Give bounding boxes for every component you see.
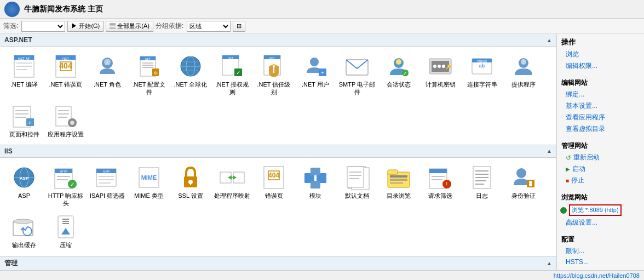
header-title: 牛腩新闻发布系统 主页 — [24, 4, 103, 14]
module-item[interactable]: 模块 — [296, 162, 335, 202]
auth-label: 身份验证 — [511, 192, 536, 199]
conn-string-item[interactable]: ab STRING 连接字符串 — [462, 51, 502, 90]
auth-item[interactable]: 身份验证 — [504, 162, 543, 202]
net-compile-label: .NET 编译 — [10, 81, 38, 88]
section-iis-header: IIS ▲ — [0, 145, 556, 158]
statusbar: https://blog.csdn.net/Hailen0708 — [0, 270, 644, 280]
session-item[interactable]: ✓ 会话状态 — [379, 51, 418, 90]
net-compile-item[interactable]: NET AF .NET 编译 — [4, 51, 44, 90]
svg-text:✓: ✓ — [403, 71, 407, 76]
section-aspnet-header: ASP.NET ▲ — [0, 34, 556, 47]
section-aspnet: ASP.NET ▲ NET AF — [0, 34, 556, 145]
output-cache-item[interactable]: 输出缓存 — [4, 212, 44, 251]
net-user-item[interactable]: + .NET 用户 — [296, 51, 335, 90]
net-error-icon: NET 404 — [53, 53, 79, 79]
header: 牛腩新闻发布系统 主页 — [0, 0, 644, 19]
output-cache-icon — [11, 214, 37, 240]
provider-item[interactable]: 提供程序 — [504, 51, 543, 90]
left-panel: ASP.NET ▲ NET AF — [0, 34, 556, 270]
page-control-label: 页面和控件 — [9, 130, 39, 138]
basic-settings-link[interactable]: 基本设置... — [557, 100, 644, 112]
filter-label: 筛选: — [3, 21, 18, 31]
section-manage-header: 管理 ▲ — [0, 256, 556, 270]
svg-text:HTTP: HTTP — [60, 170, 67, 173]
isapi-item[interactable]: ISAPI ISAPI 筛选器 — [88, 162, 127, 202]
section-iis-title: IIS — [4, 147, 13, 155]
page-control-item[interactable]: P 页面和控件 — [4, 101, 44, 140]
machine-key-label: 计算机密钥 — [426, 81, 456, 88]
dir-browse-item[interactable]: 目录浏览 — [379, 162, 418, 202]
net-error-item[interactable]: NET 404 .NET 错误页 — [46, 51, 85, 90]
log-item[interactable]: 日志 — [462, 162, 502, 202]
mime-item[interactable]: MIME MIME 类型 — [129, 162, 169, 202]
right-panel: 操作 浏览 编辑权限... 编辑网站 绑定... 基本设置... 查看应用程序 … — [556, 34, 644, 270]
svg-text:✓: ✓ — [70, 181, 74, 187]
svg-rect-103 — [347, 167, 364, 187]
section-iis: IIS ▲ ASP ASP — [0, 145, 556, 256]
limit-link[interactable]: 限制... — [557, 245, 644, 257]
svg-text:NET: NET — [62, 57, 69, 60]
error-page-item[interactable]: 404 错误页 — [254, 162, 294, 202]
compress-item[interactable]: 压缩 — [46, 212, 85, 251]
svg-text:+: + — [321, 70, 324, 76]
auth-icon — [510, 164, 537, 191]
svg-point-128 — [13, 219, 33, 224]
edit-perm-link[interactable]: 编辑权限... — [557, 60, 644, 72]
show-all-button[interactable]: ▤ 全部显示(A) — [106, 21, 153, 32]
module-label: 模块 — [309, 192, 321, 199]
net-global-item[interactable]: .NET 全球化 — [171, 51, 210, 90]
app-settings-item[interactable]: 应用程序设置 — [46, 101, 85, 140]
handler-icon — [219, 164, 245, 191]
default-doc-label: 默认文档 — [345, 192, 369, 199]
section-iis-collapse[interactable]: ▲ — [547, 148, 552, 154]
svg-text:404: 404 — [59, 61, 72, 70]
advanced-settings-link[interactable]: 高级设置... — [557, 217, 644, 228]
smtp-item[interactable]: SMTP 电子邮件 — [337, 51, 377, 99]
conn-string-icon: ab STRING — [469, 53, 495, 79]
asp-icon: ASP — [11, 164, 37, 191]
start-link[interactable]: 启动 — [572, 164, 585, 174]
start-button[interactable]: ▶ 开始(G) — [67, 21, 104, 32]
hsts-link[interactable]: HSTS... — [557, 257, 644, 267]
log-label: 日志 — [476, 192, 488, 199]
svg-text:NET AF: NET AF — [18, 57, 30, 60]
net-config-item[interactable]: NET ⚙ .NET 配置文件 — [129, 51, 169, 99]
machine-key-item[interactable]: 🔑 计算机密钥 — [421, 51, 460, 90]
net-auth-label: .NET 授权规则 — [214, 81, 251, 96]
view-vdirs-link[interactable]: 查看虚拟目录 — [557, 123, 644, 135]
http-header-item[interactable]: HTTP ✓ HTTP 响应标头 — [46, 162, 85, 210]
net-global-label: .NET 全球化 — [174, 81, 208, 88]
req-filter-label: 请求筛选 — [428, 192, 452, 199]
handler-item[interactable]: 处理程序映射 — [212, 162, 252, 202]
svg-text:ASP: ASP — [20, 176, 29, 181]
error-page-icon: 404 — [261, 164, 287, 191]
section-aspnet-collapse[interactable]: ▲ — [547, 37, 552, 43]
asp-item[interactable]: ASP ASP — [4, 162, 44, 202]
browse-link[interactable]: 浏览 — [557, 49, 644, 60]
browse-website-section: 浏览网站 — [557, 191, 644, 203]
filter-select[interactable] — [21, 21, 65, 32]
view-apps-link[interactable]: 查看应用程序 — [557, 112, 644, 123]
svg-rect-110 — [390, 179, 407, 181]
bind-link[interactable]: 绑定... — [557, 89, 644, 100]
ssl-item[interactable]: SSL 设置 — [171, 162, 210, 202]
smtp-icon — [344, 53, 370, 79]
req-filter-item[interactable]: ! 请求筛选 — [421, 162, 460, 202]
stop-link[interactable]: 停止 — [571, 176, 584, 185]
net-role-item[interactable]: 人 .NET 角色 — [88, 51, 127, 90]
start-icon: ▶ — [566, 166, 570, 172]
session-label: 会话状态 — [387, 81, 411, 88]
default-doc-item[interactable]: 默认文档 — [337, 162, 377, 202]
section-manage-collapse[interactable]: ▲ — [547, 260, 552, 266]
browse-status-icon — [560, 207, 567, 214]
stop-icon: ■ — [566, 178, 569, 184]
net-trust-item[interactable]: NET .NET 信任级别 — [254, 51, 294, 99]
svg-text:MIME: MIME — [141, 174, 157, 181]
restart-link[interactable]: 重新启动 — [573, 153, 600, 162]
net-auth-item[interactable]: NET ✓ .NET 授权规则 — [212, 51, 252, 99]
compress-label: 压缩 — [60, 241, 72, 249]
view-button[interactable]: ⊞ — [233, 21, 245, 32]
group-select[interactable]: 区域 — [187, 21, 231, 32]
svg-point-47 — [442, 65, 445, 68]
browse-port-link[interactable]: 浏览 *:8089 (http) — [569, 204, 622, 216]
